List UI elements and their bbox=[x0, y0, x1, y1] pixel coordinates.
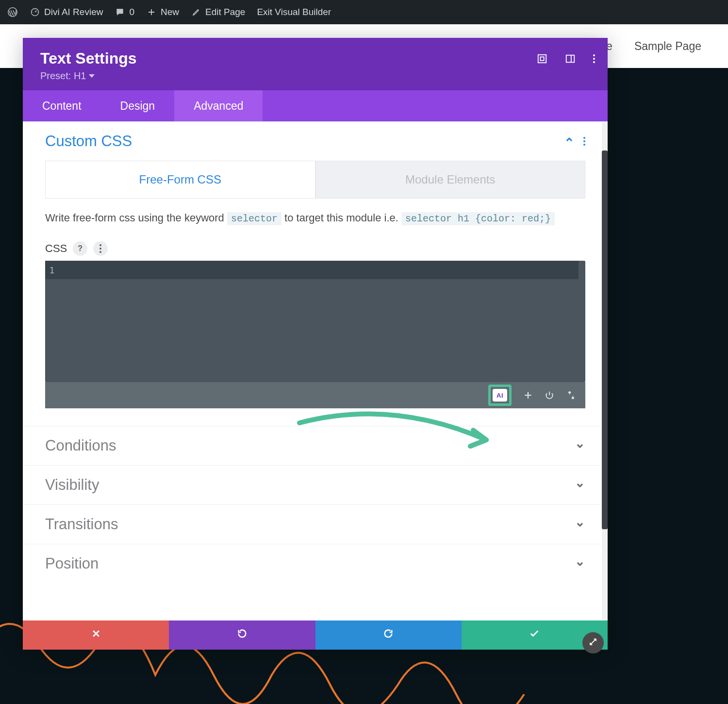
text-settings-modal: Text Settings Preset: H1 Content Design … bbox=[23, 38, 608, 650]
ai-icon: AI bbox=[493, 389, 507, 402]
new-link[interactable]: New bbox=[146, 7, 179, 17]
wp-admin-bar: Divi AI Review 0 New Edit Page Exit Visu… bbox=[0, 0, 728, 24]
modal-header: Text Settings Preset: H1 bbox=[23, 38, 608, 90]
wp-logo[interactable] bbox=[7, 7, 18, 17]
pencil-icon bbox=[191, 7, 201, 17]
css-code-editor[interactable]: 1 bbox=[45, 261, 585, 382]
section-visibility-title: Visibility bbox=[45, 476, 99, 494]
preset-label: Preset: H1 bbox=[40, 70, 86, 82]
css-field-label: CSS bbox=[45, 242, 67, 255]
css-subtabs: Free-Form CSS Module Elements bbox=[45, 161, 585, 199]
css-label-row: CSS ? bbox=[45, 241, 585, 256]
section-more-icon[interactable] bbox=[583, 137, 585, 146]
section-transitions-header[interactable]: Transitions bbox=[23, 504, 608, 544]
subtab-freeform-css[interactable]: Free-Form CSS bbox=[45, 161, 315, 199]
section-position-header[interactable]: Position bbox=[23, 544, 608, 583]
css-desc-part2: to target this module i.e. bbox=[284, 212, 401, 224]
dashboard-icon bbox=[30, 7, 40, 17]
chevron-up-icon bbox=[564, 136, 575, 147]
chevron-down-icon bbox=[575, 555, 585, 572]
exit-visual-builder-link[interactable]: Exit Visual Builder bbox=[257, 7, 331, 17]
edit-page-label: Edit Page bbox=[205, 7, 245, 17]
ai-button[interactable]: AI bbox=[493, 389, 507, 402]
ai-button-highlight: AI bbox=[488, 385, 512, 406]
section-custom-css-content: Free-Form CSS Module Elements Write free… bbox=[23, 161, 608, 426]
wordpress-icon bbox=[7, 7, 18, 17]
modal-body: Custom CSS Free-Form CSS Module Elements… bbox=[23, 121, 608, 620]
tab-content[interactable]: Content bbox=[23, 90, 101, 121]
svg-rect-3 bbox=[540, 57, 544, 60]
section-conditions-title: Conditions bbox=[45, 437, 116, 454]
comment-icon bbox=[115, 7, 125, 17]
cancel-button[interactable] bbox=[23, 620, 169, 650]
code-editor-toolbar: AI bbox=[45, 382, 585, 408]
undo-button[interactable] bbox=[169, 620, 315, 650]
exit-label: Exit Visual Builder bbox=[257, 7, 331, 17]
tab-design[interactable]: Design bbox=[101, 90, 175, 121]
chevron-down-icon bbox=[575, 516, 585, 533]
comments-link[interactable]: 0 bbox=[115, 7, 134, 17]
undo-icon bbox=[237, 628, 248, 642]
nav-link-sample-page[interactable]: Sample Page bbox=[634, 40, 701, 53]
help-button[interactable]: ? bbox=[73, 241, 87, 256]
section-visibility-header[interactable]: Visibility bbox=[23, 465, 608, 504]
section-custom-css-title: Custom CSS bbox=[45, 133, 132, 150]
new-label: New bbox=[161, 7, 179, 17]
more-icon[interactable] bbox=[593, 53, 595, 64]
expand-button[interactable] bbox=[566, 390, 577, 400]
close-icon bbox=[91, 629, 101, 641]
section-conditions-header[interactable]: Conditions bbox=[23, 426, 608, 465]
modal-header-actions bbox=[537, 53, 595, 64]
svg-rect-4 bbox=[566, 55, 575, 63]
chevron-down-icon bbox=[575, 437, 585, 454]
css-description: Write free-form css using the keyword se… bbox=[45, 209, 585, 227]
plus-icon bbox=[146, 7, 157, 17]
section-custom-css-header[interactable]: Custom CSS bbox=[23, 121, 608, 161]
redo-button[interactable] bbox=[315, 620, 462, 650]
section-transitions-title: Transitions bbox=[45, 516, 118, 533]
responsive-icon[interactable] bbox=[537, 53, 547, 64]
split-view-icon[interactable] bbox=[565, 53, 576, 64]
redo-icon bbox=[383, 628, 394, 642]
power-button[interactable] bbox=[545, 390, 554, 400]
modal-tabs: Content Design Advanced bbox=[23, 90, 608, 121]
css-desc-code2: selector h1 {color: red;} bbox=[401, 212, 555, 225]
css-more-button[interactable] bbox=[93, 241, 108, 256]
modal-title: Text Settings bbox=[40, 50, 590, 67]
edit-page-link[interactable]: Edit Page bbox=[191, 7, 245, 17]
check-icon bbox=[529, 628, 540, 642]
section-position-title: Position bbox=[45, 555, 99, 572]
add-css-button[interactable] bbox=[523, 390, 533, 400]
code-line-area[interactable] bbox=[59, 261, 579, 279]
resize-icon bbox=[588, 637, 598, 649]
site-name-text: Divi AI Review bbox=[44, 7, 103, 17]
comment-count: 0 bbox=[129, 7, 134, 17]
css-desc-part1: Write free-form css using the keyword bbox=[45, 212, 227, 224]
tab-advanced[interactable]: Advanced bbox=[174, 90, 263, 121]
chevron-down-icon bbox=[575, 476, 585, 494]
preset-selector[interactable]: Preset: H1 bbox=[40, 70, 590, 82]
code-line-number: 1 bbox=[45, 261, 59, 279]
subtab-module-elements[interactable]: Module Elements bbox=[315, 161, 586, 199]
site-name-link[interactable]: Divi AI Review bbox=[30, 7, 103, 17]
css-desc-code1: selector bbox=[227, 212, 281, 225]
resize-modal-button[interactable] bbox=[582, 632, 604, 654]
modal-footer bbox=[23, 620, 608, 650]
triangle-down-icon bbox=[89, 74, 95, 78]
svg-rect-2 bbox=[538, 55, 546, 63]
